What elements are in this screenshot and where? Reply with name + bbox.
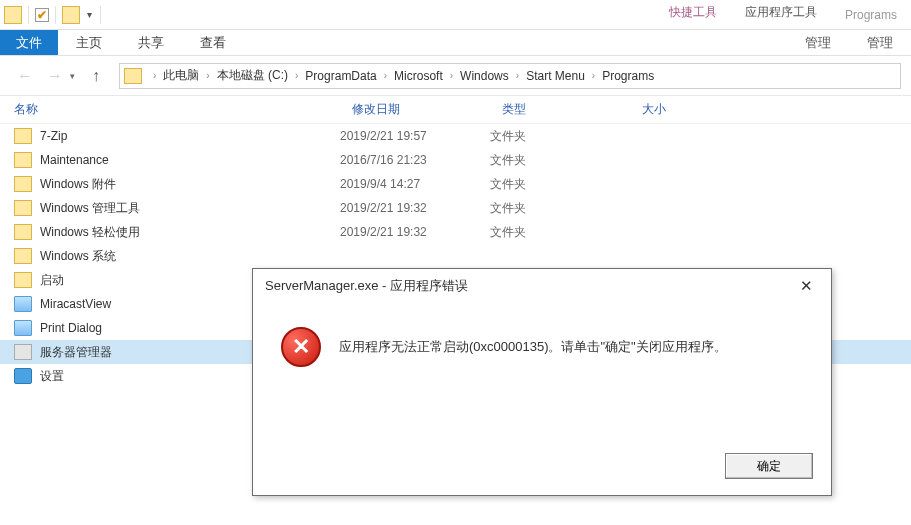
chevron-right-icon: › <box>295 70 298 81</box>
breadcrumb-item[interactable]: 此电脑 <box>163 67 199 84</box>
dialog-titlebar: ServerManager.exe - 应用程序错误 ✕ <box>253 269 831 303</box>
chevron-down-icon[interactable]: ▾ <box>87 9 92 20</box>
breadcrumb-item[interactable]: ProgramData <box>305 69 376 83</box>
cell-date: 2016/7/16 21:23 <box>340 153 490 167</box>
contextual-tabs: 快捷工具 应用程序工具 Programs <box>655 2 911 28</box>
context-tab-quick-tools[interactable]: 快捷工具 <box>655 2 731 28</box>
window-title: Programs <box>831 2 911 28</box>
file-name: Print Dialog <box>40 321 102 335</box>
app-icon <box>14 320 32 336</box>
chevron-right-icon: › <box>206 70 209 81</box>
table-row[interactable]: Windows 系统 <box>0 244 911 268</box>
table-row[interactable]: Windows 管理工具2019/2/21 19:32文件夹 <box>0 196 911 220</box>
context-tab-label: 应用程序工具 <box>745 4 817 21</box>
dialog-title: ServerManager.exe - 应用程序错误 <box>265 277 468 295</box>
dialog-message: 应用程序无法正常启动(0xc0000135)。请单击"确定"关闭应用程序。 <box>339 327 727 357</box>
nav-forward-button[interactable]: → <box>40 63 70 89</box>
file-name: 服务器管理器 <box>40 344 112 361</box>
folder-icon <box>14 128 32 144</box>
cell-date: 2019/9/4 14:27 <box>340 177 490 191</box>
folder-icon <box>14 224 32 240</box>
column-header-date[interactable]: 修改日期 <box>340 101 490 118</box>
cell-type: 文件夹 <box>490 176 630 193</box>
breadcrumb-item[interactable]: Windows <box>460 69 509 83</box>
gear-icon <box>14 368 32 384</box>
cell-name: Windows 管理工具 <box>0 200 340 217</box>
file-name: 设置 <box>40 368 64 385</box>
file-name: Windows 系统 <box>40 248 116 265</box>
spacer <box>244 30 787 55</box>
cell-type: 文件夹 <box>490 128 630 145</box>
cell-name: Windows 系统 <box>0 248 340 265</box>
cell-type: 文件夹 <box>490 152 630 169</box>
file-name: Maintenance <box>40 153 109 167</box>
column-headers: 名称 修改日期 类型 大小 <box>0 96 911 124</box>
cell-type: 文件夹 <box>490 200 630 217</box>
table-row[interactable]: 7-Zip2019/2/21 19:57文件夹 <box>0 124 911 148</box>
tab-home[interactable]: 主页 <box>58 30 120 55</box>
cell-date: 2019/2/21 19:32 <box>340 225 490 239</box>
ribbon: 文件 主页 共享 查看 管理 管理 <box>0 30 911 56</box>
checkbox-qat[interactable]: ✔ <box>35 8 49 22</box>
ok-button[interactable]: 确定 <box>725 453 813 479</box>
dialog-footer: 确定 <box>725 453 813 479</box>
chevron-right-icon: › <box>516 70 519 81</box>
folder-small-icon <box>62 6 80 24</box>
file-name: MiracastView <box>40 297 111 311</box>
folder-icon <box>14 272 32 288</box>
srv-icon <box>14 344 32 360</box>
cell-name: Windows 附件 <box>0 176 340 193</box>
file-name: Windows 附件 <box>40 176 116 193</box>
file-name: Windows 轻松使用 <box>40 224 140 241</box>
breadcrumb[interactable]: › 此电脑 › 本地磁盘 (C:) › ProgramData › Micros… <box>119 63 901 89</box>
table-row[interactable]: Maintenance2016/7/16 21:23文件夹 <box>0 148 911 172</box>
file-name: Windows 管理工具 <box>40 200 140 217</box>
context-tab-app-tools[interactable]: 应用程序工具 <box>731 2 831 28</box>
tab-manage-1[interactable]: 管理 <box>787 30 849 55</box>
error-icon: ✕ <box>281 327 321 367</box>
table-row[interactable]: Windows 附件2019/9/4 14:27文件夹 <box>0 172 911 196</box>
folder-icon <box>14 200 32 216</box>
titlebar: ✔ ▾ 快捷工具 应用程序工具 Programs <box>0 0 911 30</box>
cell-name: Windows 轻松使用 <box>0 224 340 241</box>
file-name: 7-Zip <box>40 129 67 143</box>
breadcrumb-item[interactable]: Programs <box>602 69 654 83</box>
separator <box>100 6 101 24</box>
close-icon[interactable]: ✕ <box>794 275 819 297</box>
chevron-right-icon: › <box>384 70 387 81</box>
folder-icon <box>14 152 32 168</box>
cell-date: 2019/2/21 19:32 <box>340 201 490 215</box>
column-header-size[interactable]: 大小 <box>630 101 730 118</box>
table-row[interactable]: Windows 轻松使用2019/2/21 19:32文件夹 <box>0 220 911 244</box>
cell-name: Maintenance <box>0 152 340 168</box>
breadcrumb-item[interactable]: 本地磁盘 (C:) <box>217 67 288 84</box>
folder-small-icon <box>4 6 22 24</box>
chevron-right-icon: › <box>153 70 156 81</box>
cell-type: 文件夹 <box>490 224 630 241</box>
navbar: ← → ▾ ↑ › 此电脑 › 本地磁盘 (C:) › ProgramData … <box>0 56 911 96</box>
error-dialog: ServerManager.exe - 应用程序错误 ✕ ✕ 应用程序无法正常启… <box>252 268 832 496</box>
folder-icon <box>124 68 142 84</box>
separator <box>55 6 56 24</box>
folder-icon <box>14 248 32 264</box>
context-tab-label: 快捷工具 <box>669 4 717 21</box>
separator <box>28 6 29 24</box>
column-header-type[interactable]: 类型 <box>490 101 630 118</box>
nav-back-button[interactable]: ← <box>10 63 40 89</box>
tab-view[interactable]: 查看 <box>182 30 244 55</box>
dialog-body: ✕ 应用程序无法正常启动(0xc0000135)。请单击"确定"关闭应用程序。 <box>253 303 831 377</box>
tab-share[interactable]: 共享 <box>120 30 182 55</box>
breadcrumb-item[interactable]: Start Menu <box>526 69 585 83</box>
file-name: 启动 <box>40 272 64 289</box>
tab-file[interactable]: 文件 <box>0 30 58 55</box>
app-icon <box>14 296 32 312</box>
column-header-name[interactable]: 名称 <box>0 101 340 118</box>
cell-name: 7-Zip <box>0 128 340 144</box>
folder-icon <box>14 176 32 192</box>
breadcrumb-item[interactable]: Microsoft <box>394 69 443 83</box>
chevron-right-icon: › <box>450 70 453 81</box>
tab-manage-2[interactable]: 管理 <box>849 30 911 55</box>
nav-history-dropdown[interactable]: ▾ <box>70 71 75 81</box>
nav-up-button[interactable]: ↑ <box>81 63 111 89</box>
chevron-right-icon: › <box>592 70 595 81</box>
